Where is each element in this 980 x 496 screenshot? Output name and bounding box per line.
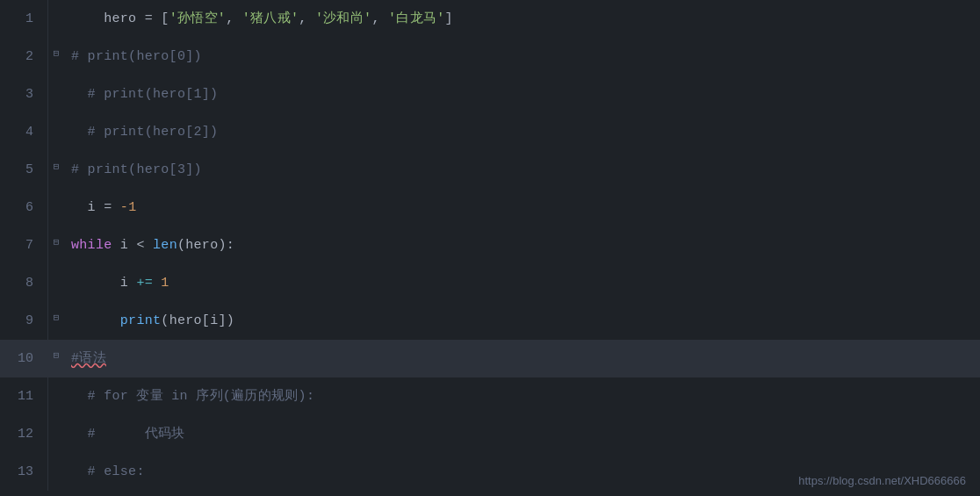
code-content: print(hero[i]): [64, 302, 980, 340]
code-line: 5⊟# print(hero[3]): [0, 151, 980, 189]
line-number: 7: [0, 226, 48, 264]
line-number: 2: [0, 38, 48, 75]
code-token: # print(hero[0]): [71, 49, 202, 64]
code-line: 8 i += 1: [0, 264, 980, 302]
line-number: 12: [0, 415, 48, 453]
code-content: i = -1: [64, 189, 980, 226]
code-token: '孙悟空': [169, 11, 227, 26]
fold-gutter: ⊟: [48, 226, 64, 264]
code-content: # print(hero[3]): [64, 151, 980, 189]
code-token: [71, 313, 120, 328]
fold-gutter: [48, 377, 64, 415]
code-line: 7⊟while i < len(hero):: [0, 226, 980, 264]
code-content: while i < len(hero):: [64, 226, 980, 264]
code-line: 4 # print(hero[2]): [0, 113, 980, 151]
line-number: 10: [0, 340, 48, 377]
code-line: 3 # print(hero[1]): [0, 75, 980, 113]
code-container: 1 hero = ['孙悟空', '猪八戒', '沙和尚', '白龙马']2⊟#…: [0, 0, 980, 496]
code-token: ,: [371, 11, 388, 26]
code-token: -1: [120, 200, 137, 215]
line-number: 8: [0, 264, 48, 302]
line-number: 3: [0, 75, 48, 113]
code-token: '白龙马': [388, 11, 445, 26]
watermark: https://blog.csdn.net/XHD666666: [798, 474, 966, 487]
code-content: #语法: [64, 340, 980, 377]
line-number: 9: [0, 302, 48, 340]
code-line: 6 i = -1: [0, 189, 980, 226]
code-token: # 代码块: [71, 427, 185, 442]
code-content: # print(hero[0]): [64, 38, 980, 75]
code-line: 10⊟#语法: [0, 340, 980, 377]
code-token: (hero[i]): [161, 313, 234, 328]
code-line: 2⊟# print(hero[0]): [0, 38, 980, 75]
code-token: i: [88, 200, 96, 215]
fold-gutter: [48, 415, 64, 453]
code-token: i: [71, 276, 136, 291]
line-number: 1: [0, 0, 48, 38]
code-token: # print(hero[1]): [71, 87, 218, 102]
code-content: i += 1: [64, 264, 980, 302]
code-token: while: [71, 238, 112, 253]
code-line: 1 hero = ['孙悟空', '猪八戒', '沙和尚', '白龙马']: [0, 0, 980, 38]
fold-gutter: [48, 113, 64, 151]
code-token: i <: [112, 238, 154, 253]
code-token: # print(hero[2]): [71, 125, 218, 140]
fold-gutter: [48, 189, 64, 226]
code-token: hero = [: [71, 11, 169, 26]
code-token: ]: [445, 11, 453, 26]
code-line: 12 # 代码块: [0, 415, 980, 453]
fold-gutter: ⊟: [48, 38, 64, 75]
code-content: # for 变量 in 序列(遍历的规则):: [64, 377, 980, 415]
line-number: 11: [0, 377, 48, 415]
code-token: ,: [226, 11, 242, 26]
code-token: '猪八戒': [242, 11, 299, 26]
code-token: 1: [153, 276, 169, 291]
code-token: #语法: [71, 351, 106, 366]
fold-gutter: [48, 453, 64, 491]
code-content: hero = ['孙悟空', '猪八戒', '沙和尚', '白龙马']: [64, 0, 980, 38]
code-line: 9⊟ print(hero[i]): [0, 302, 980, 340]
fold-gutter: ⊟: [48, 340, 64, 377]
fold-gutter: [48, 0, 64, 38]
code-token: print: [120, 313, 162, 328]
line-number: 4: [0, 113, 48, 151]
code-token: ,: [299, 11, 315, 26]
fold-gutter: [48, 264, 64, 302]
code-token: +=: [136, 276, 153, 291]
code-token: len: [153, 238, 177, 253]
code-content: # print(hero[2]): [64, 113, 980, 151]
line-number: 13: [0, 453, 48, 491]
code-token: (hero):: [177, 238, 234, 253]
code-editor: 1 hero = ['孙悟空', '猪八戒', '沙和尚', '白龙马']2⊟#…: [0, 0, 980, 496]
fold-gutter: [48, 75, 64, 113]
code-content: # print(hero[1]): [64, 75, 980, 113]
code-token: # print(hero[3]): [71, 162, 202, 177]
code-token: [71, 200, 88, 215]
line-number: 5: [0, 151, 48, 189]
fold-gutter: ⊟: [48, 302, 64, 340]
code-line: 11 # for 变量 in 序列(遍历的规则):: [0, 377, 980, 415]
code-token: =: [96, 200, 120, 215]
code-token: '沙和尚': [315, 11, 372, 26]
code-token: # else:: [71, 464, 145, 479]
fold-gutter: ⊟: [48, 151, 64, 189]
code-content: # 代码块: [64, 415, 980, 453]
code-token: # for 变量 in 序列(遍历的规则):: [71, 389, 314, 404]
line-number: 6: [0, 189, 48, 226]
